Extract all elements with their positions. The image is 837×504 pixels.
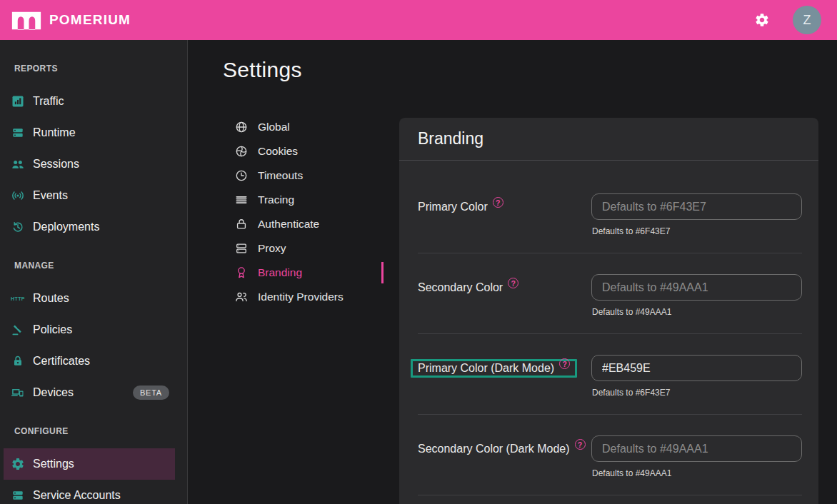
gavel-icon [10,322,26,338]
server-icon [234,241,249,256]
subnav-item-label: Branding [258,266,302,279]
sidebar-item-routes[interactable]: HTTP Routes [0,283,187,314]
subnav-item-tracing[interactable]: Tracing [234,188,366,212]
clock-icon [234,168,249,183]
sidebar-item-label: Policies [33,323,72,336]
gear-icon [10,456,26,472]
sidebar-item-label: Routes [33,292,69,305]
field-label: Secondary Color (Dark Mode) [418,435,586,462]
traffic-icon [10,94,26,109]
field-label-text: Primary Color (Dark Mode) [418,362,554,375]
annotation-highlight-box: Primary Color (Dark Mode) [411,359,577,378]
avatar[interactable]: Z [793,6,821,34]
card-title: Branding [399,118,818,161]
runtime-icon [10,125,26,141]
primary-color-input[interactable] [591,193,802,220]
section-label-manage: MANAGE [0,260,187,271]
sidebar-item-label: Sessions [33,158,79,171]
secondary-color-input[interactable] [591,274,802,301]
primary-color-dark-input[interactable] [591,355,802,381]
subnav-item-proxy[interactable]: Proxy [234,236,366,261]
sessions-icon [10,156,26,172]
help-icon[interactable] [575,439,586,450]
sidebar-item-service-accounts[interactable]: Service Accounts [0,480,187,504]
help-icon[interactable] [508,278,518,288]
events-icon [10,188,26,203]
secondary-color-dark-input[interactable] [591,435,802,462]
help-icon[interactable] [559,358,570,369]
sidebar-item-runtime[interactable]: Runtime [0,117,187,148]
subnav-item-identity-providers[interactable]: Identity Providers [234,285,366,309]
sidebar-item-label: Devices [33,386,74,399]
help-icon[interactable] [493,197,503,208]
field-row-primary-color: Primary Color Defaults to #6F43E7 [399,173,818,253]
branding-card: Branding Primary Color Defaults to #6F43… [399,118,818,504]
field-label-text: Primary Color [418,201,488,213]
sidebar-item-certificates[interactable]: Certificates [0,346,187,377]
subnav-item-label: Global [258,121,290,133]
padlock-icon [234,217,249,231]
sidebar-item-label: Certificates [33,355,90,368]
pomerium-aqueduct-icon [11,7,41,33]
lines-icon [234,193,249,207]
active-tab-indicator [381,262,384,283]
sidebar-item-label: Deployments [33,221,99,233]
subnav-item-branding[interactable]: Branding [234,261,366,285]
sidebar-item-label: Settings [33,458,74,470]
sidebar-item-events[interactable]: Events [0,180,187,211]
sidebar-item-label: Runtime [33,126,76,139]
subnav-item-label: Proxy [258,242,286,255]
field-row-secondary-color-dark: Secondary Color (Dark Mode) Defaults to … [399,415,818,495]
devices-icon [10,385,26,400]
subnav-item-label: Cookies [258,145,298,158]
sidebar: REPORTS Traffic Runtime Sessions Events … [0,40,188,504]
subnav-item-global[interactable]: Global [234,115,366,139]
app-bar: POMERIUM Z [0,0,837,40]
subnav-item-cookies[interactable]: Cookies [234,139,366,163]
award-icon [234,266,249,280]
people-icon [234,290,249,304]
section-label-configure: CONFIGURE [0,425,187,437]
sidebar-item-devices[interactable]: Devices BETA [0,377,187,408]
lock-icon [10,353,26,369]
helper-text: Defaults to #6F43E7 [591,226,802,236]
deployments-icon [10,219,26,235]
field-row-secondary-color: Secondary Color Defaults to #49AAA1 [399,253,818,334]
accounts-icon [10,488,26,503]
field-row-primary-color-dark: Primary Color (Dark Mode) Defaults to #6… [399,334,818,415]
subnav-item-label: Authenticate [258,218,319,231]
globe-icon [234,120,249,134]
page-title: Settings [223,56,818,84]
sidebar-item-deployments[interactable]: Deployments [0,211,187,243]
sidebar-item-label: Traffic [33,95,64,108]
field-label-text: Secondary Color [418,281,503,294]
beta-badge: BETA [133,385,169,400]
main-content: Settings Global Cookies Timeouts [188,40,837,504]
sidebar-item-label: Events [33,189,68,202]
settings-gear-icon[interactable] [754,12,770,28]
subnav-item-label: Timeouts [258,169,303,182]
brand-logo: POMERIUM [11,7,131,33]
section-label-reports: REPORTS [0,63,187,74]
helper-text: Defaults to #6F43E7 [591,388,802,398]
field-label: Secondary Color [418,274,518,301]
avatar-initial: Z [803,13,811,28]
subnav-item-label: Identity Providers [258,291,344,303]
brand-name: POMERIUM [49,12,131,28]
sidebar-item-label: Service Accounts [33,489,121,502]
sidebar-item-settings[interactable]: Settings [4,448,175,480]
sidebar-item-policies[interactable]: Policies [0,314,187,346]
subnav-item-timeouts[interactable]: Timeouts [234,163,366,188]
subnav-item-label: Tracing [258,193,294,206]
cookie-icon [234,144,249,158]
subnav-item-authenticate[interactable]: Authenticate [234,212,366,236]
field-label: Primary Color (Dark Mode) [418,355,577,381]
http-icon: HTTP [10,291,26,306]
sidebar-item-sessions[interactable]: Sessions [0,148,187,180]
helper-text: Defaults to #49AAA1 [591,468,802,478]
field-label-text: Secondary Color (Dark Mode) [418,443,570,455]
sidebar-item-traffic[interactable]: Traffic [0,86,187,117]
settings-subnav: Global Cookies Timeouts Tracing [223,115,366,309]
helper-text: Defaults to #49AAA1 [591,307,802,317]
field-label: Primary Color [418,193,503,220]
